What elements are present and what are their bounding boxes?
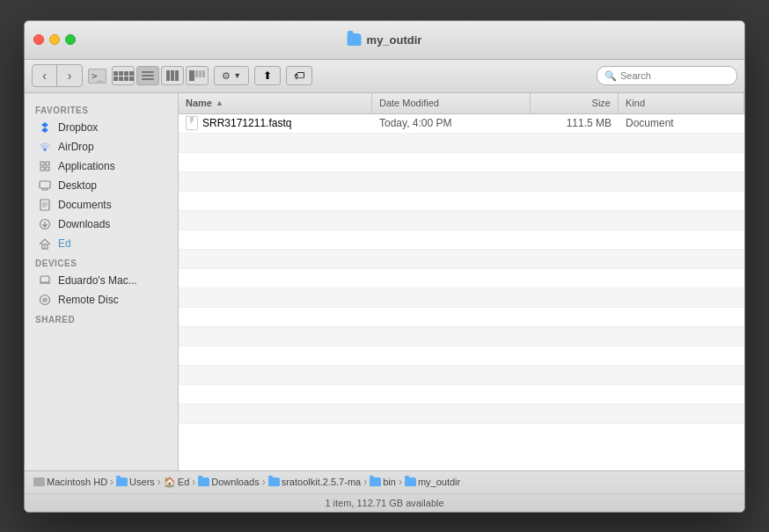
action-button[interactable]: ⚙ ▼ (214, 66, 249, 85)
table-row-empty (179, 172, 744, 192)
breadcrumb-label: Ed (178, 477, 189, 487)
breadcrumb-label: Downloads (211, 477, 259, 487)
sidebar-item-label: Downloads (58, 218, 110, 230)
breadcrumb-item-sratoolkit[interactable]: sratoolkit.2.5.7-ma (268, 477, 361, 487)
svg-point-0 (43, 148, 47, 151)
file-list: SRR3171211.fastq Today, 4:00 PM 111.5 MB… (179, 114, 744, 470)
sidebar-item-label: Documents (58, 199, 112, 211)
laptop-icon (38, 273, 52, 288)
sort-arrow: ▲ (216, 98, 223, 107)
size-column-header[interactable]: Size (531, 93, 619, 113)
info-bar: 1 item, 112.71 GB available (25, 494, 744, 512)
kind-column-header[interactable]: Kind (619, 93, 744, 113)
table-row-empty (179, 385, 744, 404)
search-input[interactable] (620, 70, 729, 81)
maximize-button[interactable] (65, 34, 76, 45)
column-headers: Name ▲ Date Modified Size Kind (179, 93, 744, 114)
file-date-cell: Today, 4:00 PM (372, 114, 531, 133)
coverflow-view-button[interactable] (186, 66, 209, 85)
close-button[interactable] (33, 34, 44, 45)
folder-icon (116, 477, 128, 486)
dropbox-icon (38, 120, 52, 135)
sidebar-item-dropbox[interactable]: Dropbox (27, 118, 175, 137)
table-row-empty (179, 366, 744, 385)
search-box[interactable]: 🔍 (597, 66, 737, 85)
breadcrumb-label: Macintosh HD (47, 477, 107, 487)
sidebar-item-label: AirDrop (58, 141, 94, 153)
name-column-header[interactable]: Name ▲ (179, 93, 372, 113)
file-area: Name ▲ Date Modified Size Kind SRR317 (179, 93, 744, 470)
sidebar-item-airdrop[interactable]: AirDrop (27, 137, 175, 157)
tag-button[interactable]: 🏷 (286, 66, 312, 85)
sidebar-item-applications[interactable]: Applications (27, 157, 175, 176)
breadcrumb-label: Users (129, 477, 155, 487)
icon-view-button[interactable] (112, 66, 135, 85)
share-button[interactable]: ⬆ (254, 66, 281, 85)
breadcrumb-item-users[interactable]: Users (116, 477, 155, 487)
sidebar-item-label: Eduardo's Mac... (58, 274, 137, 287)
date-column-header[interactable]: Date Modified (372, 93, 531, 113)
breadcrumb-separator: › (399, 476, 402, 488)
folder-icon (198, 477, 209, 486)
desktop-icon (38, 179, 52, 193)
breadcrumb-separator: › (363, 476, 367, 488)
breadcrumb-item-bin[interactable]: bin (370, 477, 396, 487)
nav-buttons: ‹ › (32, 64, 83, 87)
table-row[interactable]: SRR3171211.fastq Today, 4:00 PM 111.5 MB… (179, 114, 744, 134)
sidebar-item-ed[interactable]: Ed (27, 234, 175, 253)
breadcrumb-separator: › (262, 476, 266, 488)
file-kind-cell: Document (619, 114, 744, 133)
sidebar-item-downloads[interactable]: Downloads (27, 215, 175, 234)
breadcrumb: Macintosh HD › Users › 🏠 Ed › Downloads … (25, 471, 744, 494)
disc-icon (38, 293, 52, 307)
table-row-empty (179, 250, 744, 269)
forward-button[interactable]: › (57, 65, 82, 86)
airdrop-icon (38, 140, 52, 154)
documents-icon (38, 198, 52, 212)
shared-label: Shared (25, 310, 178, 327)
hd-icon (33, 477, 45, 486)
table-row-empty (179, 269, 744, 288)
breadcrumb-item-ed[interactable]: 🏠 Ed (164, 477, 189, 488)
sidebar-item-desktop[interactable]: Desktop (27, 176, 175, 195)
table-row-empty (179, 230, 744, 250)
main-content: Favorites Dropbox AirDrop (25, 93, 744, 470)
sidebar-item-macintosh[interactable]: Eduardo's Mac... (27, 271, 175, 290)
table-row-empty (179, 404, 744, 424)
table-row-empty (179, 134, 744, 153)
breadcrumb-label: sratoolkit.2.5.7-ma (282, 477, 361, 487)
breadcrumb-label: bin (383, 477, 396, 487)
file-icon (186, 116, 198, 130)
terminal-button[interactable]: >_ (88, 69, 106, 84)
table-row-empty (179, 308, 744, 327)
sidebar-item-documents[interactable]: Documents (27, 195, 175, 215)
home-icon: 🏠 (164, 477, 176, 488)
gear-icon: ⚙ (222, 70, 231, 82)
breadcrumb-separator: › (192, 476, 195, 488)
finder-window: my_outdir ‹ › >_ (24, 20, 745, 513)
title-bar: my_outdir (25, 21, 744, 60)
breadcrumb-item-myoutdir[interactable]: my_outdir (405, 477, 460, 487)
svg-rect-13 (40, 276, 49, 282)
icon-view-icon (114, 71, 134, 81)
window-title: my_outdir (367, 33, 422, 47)
tag-icon: 🏷 (294, 69, 304, 82)
status-text: 1 item, 112.71 GB available (325, 498, 443, 508)
folder-icon (405, 477, 416, 486)
list-view-icon (142, 71, 154, 80)
favorites-label: Favorites (25, 100, 178, 118)
file-date: Today, 4:00 PM (379, 117, 452, 129)
sidebar-item-label: Desktop (58, 179, 97, 192)
sidebar-item-remote-disc[interactable]: Remote Disc (27, 290, 175, 310)
column-view-button[interactable] (161, 66, 184, 85)
sidebar: Favorites Dropbox AirDrop (25, 93, 179, 470)
breadcrumb-item-downloads[interactable]: Downloads (198, 477, 259, 487)
downloads-icon (38, 217, 52, 231)
breadcrumb-item-macintosh-hd[interactable]: Macintosh HD (33, 477, 107, 487)
toolbar: ‹ › >_ (25, 60, 744, 93)
list-view-button[interactable] (136, 66, 159, 85)
minimize-button[interactable] (49, 34, 60, 45)
status-bar: Macintosh HD › Users › 🏠 Ed › Downloads … (25, 470, 744, 512)
back-button[interactable]: ‹ (33, 65, 57, 86)
action-dropdown-arrow: ▼ (233, 71, 241, 80)
